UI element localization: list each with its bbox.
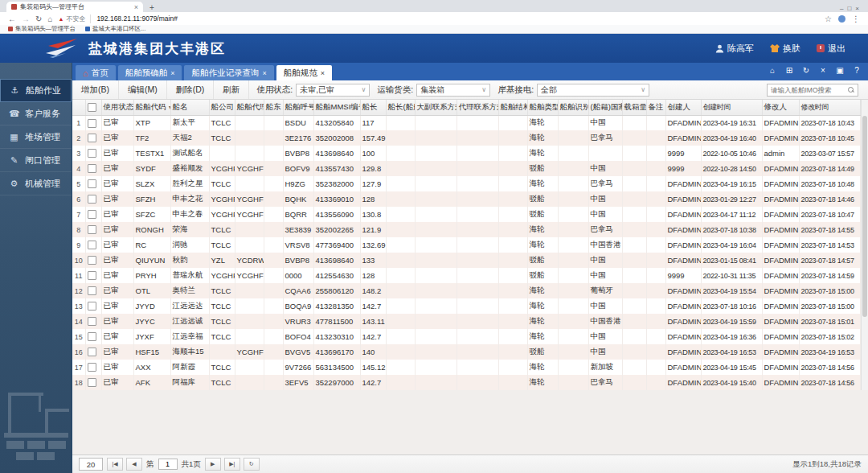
next-page-button[interactable]: ▶	[205, 458, 221, 471]
browser-home-icon[interactable]: ⌂	[47, 14, 52, 23]
column-header-name[interactable]: 船名	[170, 100, 209, 115]
column-header-check[interactable]	[85, 100, 101, 115]
column-header-callsign[interactable]: 船舶呼号	[283, 100, 313, 115]
sidebar-item-yard-management[interactable]: ▦堆场管理	[0, 125, 72, 149]
column-header-num[interactable]	[72, 100, 85, 115]
column-header-country[interactable]: (船籍)国家	[588, 100, 622, 115]
select-all-checkbox[interactable]	[88, 103, 96, 112]
sidebar-item-customer-service[interactable]: ☎客户服务	[0, 102, 72, 125]
delete-button[interactable]: 删除(D)	[167, 80, 215, 99]
sidebar-item-gate-management[interactable]: ✎闸口管理	[0, 149, 72, 172]
url-text[interactable]: 192.168.21.11:9079/main#	[96, 14, 819, 23]
sidebar-item-ship-operation[interactable]: ⚓船舶作业	[0, 79, 72, 102]
column-header-len[interactable]: 船长	[360, 100, 386, 115]
cargo-type-select[interactable]: 集装箱∨	[416, 84, 490, 97]
column-header-company[interactable]: 船公司	[209, 100, 235, 115]
table-row[interactable]: 14已审JYYC江远远诚TCLCVRUR3477811500143.11海轮中国…	[72, 314, 860, 329]
change-skin-button[interactable]: 换肤	[770, 43, 800, 55]
table-row[interactable]: 18已审AFK阿福库TCLC3EFV5352297000142.7海轮巴拿马DF…	[72, 375, 860, 390]
table-row[interactable]: 2已审TF2天福2TCLC3E2176352002008157.49海轮巴拿马D…	[72, 130, 860, 146]
edit-button[interactable]: 编辑(M)	[119, 80, 167, 99]
page-size-select[interactable]: 20	[79, 458, 103, 471]
column-header-len2[interactable]: 船长(船舶)	[386, 100, 415, 115]
table-row[interactable]: 1已审XTP新太平TCLCBSDU413205840117海轮中国DFADMIN…	[72, 115, 860, 130]
row-checkbox[interactable]	[88, 363, 96, 372]
star-icon[interactable]: ☆	[825, 14, 832, 23]
row-checkbox[interactable]	[88, 225, 96, 234]
help-icon[interactable]: ?	[852, 66, 862, 75]
column-header-mmsi[interactable]: 船舶MMSI编号	[313, 100, 360, 115]
ship-search-box[interactable]	[767, 84, 858, 97]
row-checkbox[interactable]	[88, 317, 96, 326]
table-row[interactable]: 8已审RONGH荣海TCLC3E3839352002265121.9海轮巴拿马D…	[72, 222, 860, 237]
row-checkbox[interactable]	[88, 332, 96, 341]
table-row[interactable]: 16已审HSF15海顺丰15YCGHFBVGV5413696170140驳船中国…	[72, 344, 860, 360]
row-checkbox[interactable]	[88, 302, 96, 311]
column-header-type[interactable]: 船舶类型	[527, 100, 558, 115]
row-checkbox[interactable]	[88, 195, 96, 204]
window-controls[interactable]: –□×	[840, 5, 863, 12]
use-status-select[interactable]: 未审,已审∨	[296, 84, 370, 97]
column-header-owner[interactable]: 船东	[264, 100, 283, 115]
row-checkbox[interactable]	[88, 179, 96, 188]
prev-page-button[interactable]: ◀	[126, 458, 142, 471]
tab-close-icon[interactable]: ×	[321, 69, 325, 77]
back-icon[interactable]: ←	[8, 14, 16, 23]
table-row[interactable]: 5已审SLZX胜利之星TCLCH9ZG352382000127.9海轮巴拿马DF…	[72, 176, 860, 191]
sidebar-item-machinery-management[interactable]: ⚙机械管理	[0, 172, 72, 195]
table-row[interactable]: 12已审OTL奥特兰TCLCCQAA6255806120148.2海轮葡萄牙DF…	[72, 283, 860, 298]
tab-ship-standard[interactable]: 船舶规范×	[276, 65, 332, 80]
table-row[interactable]: 4已审SYDF盛裕顺发YCGHFYCGHFBOFV9413557430129.8…	[72, 161, 860, 176]
tab-ship-oplog-query[interactable]: 船舶作业记录查询×	[184, 65, 273, 80]
first-page-button[interactable]: |◀	[107, 458, 123, 471]
row-checkbox[interactable]	[88, 134, 96, 142]
row-checkbox[interactable]	[88, 164, 96, 173]
forward-icon[interactable]: →	[22, 14, 30, 23]
tab-close-icon[interactable]: ×	[262, 69, 266, 77]
table-row[interactable]: 13已审JYYD江远远达TCLCBOQA9413281350142.7海轮中国D…	[72, 298, 860, 314]
last-page-button[interactable]: ▶|	[224, 458, 240, 471]
row-checkbox[interactable]	[88, 271, 96, 280]
column-header-code[interactable]: 船舶代码▼	[133, 100, 170, 115]
tab-ship-preconfirm[interactable]: 船舶预确舶×	[118, 65, 182, 80]
bookmark-item[interactable]: 盐城大丰港口环区...	[85, 25, 145, 33]
row-checkbox[interactable]	[88, 241, 96, 249]
row-checkbox[interactable]	[88, 149, 96, 158]
browser-tab[interactable]: 集装箱码头—管理平台 ×	[6, 2, 143, 12]
scrollbar-thumb[interactable]	[862, 116, 867, 317]
tab-home[interactable]: ⌂首页	[76, 65, 116, 80]
close-icon[interactable]: ×	[818, 66, 828, 75]
vertical-scrollbar[interactable]	[861, 100, 868, 390]
column-header-capacity[interactable]: 载箱量	[622, 100, 646, 115]
column-header-remark[interactable]: 备注	[646, 100, 665, 115]
row-checkbox[interactable]	[88, 286, 96, 295]
tab-close-icon[interactable]: ×	[170, 69, 174, 77]
row-checkbox[interactable]	[88, 256, 96, 265]
shore-power-select[interactable]: 全部∨	[537, 84, 649, 97]
column-header-status[interactable]: 使用状态	[101, 100, 133, 115]
column-header-agentc[interactable]: 代理联系方式	[457, 100, 498, 115]
column-header-created[interactable]: 创建时间	[701, 100, 762, 115]
menu-dots-icon[interactable]: ⋮	[852, 14, 860, 23]
refresh-icon[interactable]: ↻	[801, 66, 811, 75]
search-input[interactable]	[771, 86, 848, 94]
page-number-input[interactable]	[158, 459, 178, 470]
profile-avatar[interactable]	[838, 15, 845, 23]
column-header-structure[interactable]: 船舶结构	[498, 100, 527, 115]
logout-button[interactable]: 退出	[817, 43, 845, 55]
column-header-mate[interactable]: 大副联系方式	[415, 100, 457, 115]
table-row[interactable]: 9已审RC润驰TCLCVRSV8477369400132.69海轮中国香港DFA…	[72, 237, 860, 253]
column-header-idno[interactable]: 船舶识别号	[558, 100, 588, 115]
table-row[interactable]: 3已审TESTX1测试船名BVBP8413698640100海轮99992022…	[72, 146, 860, 161]
row-checkbox[interactable]	[88, 348, 96, 356]
column-header-modified[interactable]: 修改时间	[799, 100, 860, 115]
table-row[interactable]: 17已审AXX阿新霞TCLC9V7266563134500145.12海轮新加坡…	[72, 360, 860, 375]
nav-home-icon[interactable]: ⌂	[768, 66, 777, 75]
table-row[interactable]: 10已审QIUYUN秋韵YZLYCDRWLBVBP8413698640133驳船…	[72, 253, 860, 268]
new-tab-button[interactable]: +	[149, 3, 154, 12]
refresh-button[interactable]: 刷新	[214, 80, 249, 99]
browser-tab-close-icon[interactable]: ×	[134, 3, 138, 11]
row-checkbox[interactable]	[88, 119, 96, 128]
add-button[interactable]: 增加(B)	[72, 80, 119, 99]
table-row[interactable]: 15已审JYXF江远幸福TCLCBOFO4413230310142.7海轮中国D…	[72, 329, 860, 344]
